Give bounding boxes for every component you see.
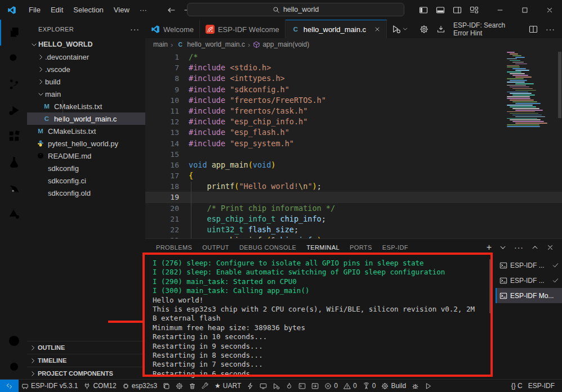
activity-esp-idf-explorer[interactable]	[0, 175, 27, 201]
panel-tab-output[interactable]: OUTPUT	[197, 244, 234, 251]
gear-icon[interactable]	[420, 25, 429, 34]
close-panel-icon[interactable]	[546, 244, 554, 251]
code-line-20[interactable]: 20 /* Print chip information */	[145, 203, 562, 214]
panel-tab-problems[interactable]: PROBLEMS	[151, 244, 197, 251]
editor-scrollbar[interactable]	[558, 52, 561, 118]
code-line-1[interactable]: 1/*	[145, 52, 562, 62]
terminal-scrollbar[interactable]	[489, 259, 492, 313]
code-line-18[interactable]: 18 printf("Hello world!\n");	[145, 181, 562, 192]
activity-manage[interactable]	[0, 354, 27, 380]
status-errors[interactable]: 0	[322, 380, 341, 392]
folder-build[interactable]: build	[27, 75, 145, 88]
new-terminal-icon[interactable]: +	[487, 242, 492, 253]
code-editor[interactable]: 1/*7#include <stdio.h>8#include <inttype…	[145, 51, 562, 238]
section-project-components[interactable]: PROJECT COMPONENTS	[27, 367, 145, 380]
status-debug-alt[interactable]	[409, 380, 422, 392]
code-line-14[interactable]: 14#include "esp_system.h"	[145, 138, 562, 149]
terminal-instance-3[interactable]: ESP-IDF Mo...	[496, 288, 562, 303]
activity-accounts[interactable]	[0, 328, 27, 354]
file-pytest_hello_world.py[interactable]: pytest_hello_world.py	[27, 137, 145, 150]
code-line-21[interactable]: 21 esp_chip_info_t chip_info;	[145, 214, 562, 224]
status-build[interactable]: Build	[378, 380, 409, 392]
menu-edit[interactable]: Edit	[46, 3, 68, 17]
file-sdkconfig.old[interactable]: sdkconfig.old	[27, 187, 145, 199]
install-tray-icon[interactable]	[436, 25, 445, 34]
file-CMakeLists.txt[interactable]: MCMakeLists.txt	[27, 125, 145, 137]
activity-extensions[interactable]	[0, 123, 27, 149]
status-menuconfig[interactable]	[173, 380, 186, 392]
status-language-mode[interactable]: {} C	[509, 380, 525, 392]
minimize-button[interactable]	[488, 0, 512, 20]
split-editor-icon[interactable]	[529, 25, 538, 34]
code-line-12[interactable]: 12#include "esp_chip_info.h"	[145, 116, 562, 127]
code-line-17[interactable]: 17{	[145, 170, 562, 181]
status-warnings[interactable]: 0	[341, 380, 360, 392]
close-icon[interactable]	[374, 26, 381, 33]
status-build-flash-monitor[interactable]	[283, 380, 296, 392]
code-line-10[interactable]: 10#include "freertos/FreeRTOS.h"	[145, 95, 562, 106]
status-idf-terminal[interactable]	[296, 380, 309, 392]
status-device-target[interactable]: esp32s3	[119, 380, 160, 392]
toggle-primary-sidebar-icon[interactable]	[419, 6, 428, 15]
more-actions-icon[interactable]: ···	[546, 25, 555, 34]
status-custom-task[interactable]	[199, 380, 212, 392]
close-button[interactable]	[537, 0, 562, 20]
terminal-dropdown-icon[interactable]	[499, 244, 507, 251]
file-hello_world_main.c[interactable]: Chello_world_main.c	[27, 112, 145, 125]
tab-welcome[interactable]: Welcome	[145, 20, 200, 38]
status-ports-forwarded[interactable]: 0	[360, 380, 379, 392]
status-remote[interactable]	[0, 380, 19, 392]
panel-tab-debug-console[interactable]: DEBUG CONSOLE	[234, 244, 301, 251]
status-run[interactable]	[422, 380, 435, 392]
breadcrumb-item[interactable]: main	[153, 40, 168, 48]
folder-main[interactable]: main	[27, 88, 145, 100]
panel-more-icon[interactable]: ···	[514, 243, 524, 252]
esp-idf-search-error-hint-button[interactable]: ESP-IDF: Search Error Hint	[453, 21, 521, 37]
maximize-button[interactable]	[512, 0, 537, 20]
section-outline[interactable]: OUTLINE	[27, 341, 145, 354]
minimap[interactable]	[507, 52, 555, 129]
nav-back-icon[interactable]	[167, 6, 176, 15]
command-center-search[interactable]: hello_world	[187, 3, 404, 16]
code-line-15[interactable]: 15	[145, 149, 562, 160]
panel-tab-ports[interactable]: PORTS	[345, 244, 377, 251]
status-flash-method[interactable]: ★UART	[212, 380, 244, 392]
status-esp-idf-version[interactable]: ESP-IDF v5.3.1	[19, 380, 81, 392]
activity-source-control[interactable]	[0, 71, 27, 97]
explorer-more-actions[interactable]: ···	[130, 25, 140, 34]
code-line-13[interactable]: 13#include "esp_flash.h"	[145, 127, 562, 138]
folder-root[interactable]: HELLO_WORLD	[27, 38, 145, 51]
terminal-instance-2[interactable]: ESP-IDF ...	[496, 273, 562, 288]
status-full-clean[interactable]	[186, 380, 199, 392]
status-serial-port[interactable]: COM12	[81, 380, 119, 392]
run-or-debug-button[interactable]	[387, 20, 413, 38]
activity-explorer[interactable]	[0, 20, 27, 46]
section-timeline[interactable]: TIMELINE	[27, 354, 145, 367]
toggle-panel-icon[interactable]	[436, 6, 445, 15]
menu-more-icon[interactable]: ···	[135, 3, 152, 17]
panel-tab-terminal[interactable]: TERMINAL	[301, 244, 345, 251]
terminal-instance-1[interactable]: ESP-IDF ...	[496, 258, 562, 273]
menu-file[interactable]: File	[24, 3, 46, 17]
status-esp-idf-extension[interactable]: ESP-IDF	[525, 380, 557, 392]
activity-run-and-debug[interactable]	[0, 97, 27, 123]
file-README.md[interactable]: README.md	[27, 150, 145, 162]
tab-esp-idf-welcome[interactable]: ESP-IDF Welcome	[200, 20, 286, 38]
status-select-project-folder[interactable]	[160, 380, 173, 392]
status-monitor[interactable]	[257, 380, 270, 392]
customize-layout-icon[interactable]	[470, 6, 479, 15]
file-CMakeLists.txt[interactable]: MCMakeLists.txt	[27, 100, 145, 112]
status-open-idf-terminal[interactable]	[309, 380, 322, 392]
maximize-panel-icon[interactable]	[531, 244, 539, 251]
breadcrumb-item[interactable]: app_main(void)	[253, 40, 309, 48]
activity-search[interactable]	[0, 46, 27, 71]
panel-tab-esp-idf[interactable]: ESP-IDF	[377, 244, 413, 251]
activity-testing[interactable]	[0, 149, 27, 175]
file-sdkconfig[interactable]: sdkconfig	[27, 162, 145, 174]
status-debug[interactable]	[270, 380, 283, 392]
menu-view[interactable]: View	[109, 3, 135, 17]
toggle-secondary-sidebar-icon[interactable]	[453, 6, 462, 15]
folder-.devcontainer[interactable]: .devcontainer	[27, 51, 145, 63]
file-sdkconfig.ci[interactable]: sdkconfig.ci	[27, 174, 145, 187]
menu-selection[interactable]: Selection	[68, 3, 108, 17]
